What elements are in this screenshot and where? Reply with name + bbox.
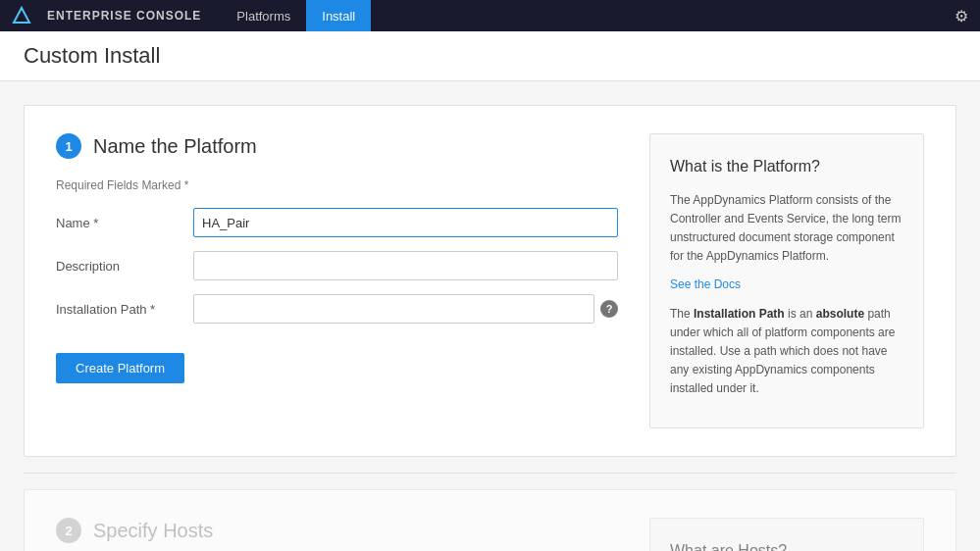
info-bold-absolute: absolute <box>816 307 864 321</box>
name-label: Name * <box>56 216 193 230</box>
installation-path-field-row: Installation Path * ? <box>56 294 618 324</box>
section2-layout: 2 Specify Hosts + Add + Add Enterprise C… <box>56 518 924 551</box>
logo-icon <box>12 6 31 25</box>
hosts-info-panel: What are Hosts? Hosts are the collection… <box>649 518 924 551</box>
info-body2-mid1: is an <box>785 307 816 321</box>
section2-title: Specify Hosts <box>93 520 213 542</box>
name-input[interactable] <box>193 208 618 237</box>
required-fields-note: Required Fields Marked * <box>56 178 618 192</box>
platform-info-panel: What is the Platform? The AppDynamics Pl… <box>649 133 924 428</box>
section1-title: Name the Platform <box>93 135 257 158</box>
installation-path-help-icon[interactable]: ? <box>600 300 618 318</box>
info-panel-body1: The AppDynamics Platform consists of the… <box>670 191 903 267</box>
nav-install[interactable]: Install <box>306 0 371 31</box>
nav-platforms[interactable]: Platforms <box>221 0 306 31</box>
specify-hosts-section: 2 Specify Hosts + Add + Add Enterprise C… <box>24 489 956 551</box>
section2-form-col: 2 Specify Hosts + Add + Add Enterprise C… <box>56 518 618 551</box>
section2-header: 2 Specify Hosts <box>56 518 618 543</box>
installation-path-control-wrap: ? <box>193 294 618 324</box>
main-content: 1 Name the Platform Required Fields Mark… <box>0 81 980 551</box>
installation-path-input[interactable] <box>193 294 594 324</box>
page-title-bar: Custom Install <box>0 31 980 81</box>
section1-form-col: 1 Name the Platform Required Fields Mark… <box>56 133 618 428</box>
section1-number: 1 <box>56 133 81 159</box>
section1-layout: 1 Name the Platform Required Fields Mark… <box>56 133 924 428</box>
installation-path-label: Installation Path * <box>56 302 193 317</box>
info-panel-title: What is the Platform? <box>670 154 903 179</box>
name-platform-section: 1 Name the Platform Required Fields Mark… <box>24 105 956 457</box>
app-logo <box>12 6 31 25</box>
info-panel-body2: The Installation Path is an absolute pat… <box>670 305 903 399</box>
section1-info-col: What is the Platform? The AppDynamics Pl… <box>649 133 924 428</box>
name-field-row: Name * <box>56 208 618 237</box>
name-control-wrap <box>193 208 618 237</box>
gear-icon[interactable]: ⚙ <box>954 7 968 25</box>
info-body2-prefix: The <box>670 307 694 321</box>
info-bold-installation: Installation Path <box>694 307 785 321</box>
svg-marker-0 <box>14 8 29 23</box>
section2-info-col: What are Hosts? Hosts are the collection… <box>649 518 924 551</box>
page-title: Custom Install <box>24 43 956 69</box>
description-field-row: Description <box>56 251 618 280</box>
description-input[interactable] <box>193 251 618 280</box>
section1-header: 1 Name the Platform <box>56 133 618 159</box>
see-docs-link[interactable]: See the Docs <box>670 277 741 291</box>
description-control-wrap <box>193 251 618 280</box>
description-label: Description <box>56 259 193 274</box>
section2-number: 2 <box>56 518 81 543</box>
create-platform-button[interactable]: Create Platform <box>56 353 184 383</box>
top-navigation: ENTERPRISE CONSOLE Platforms Install ⚙ <box>0 0 980 31</box>
section-divider <box>24 473 956 474</box>
hosts-info-title: What are Hosts? <box>670 538 903 551</box>
brand-name: ENTERPRISE CONSOLE <box>47 9 201 23</box>
